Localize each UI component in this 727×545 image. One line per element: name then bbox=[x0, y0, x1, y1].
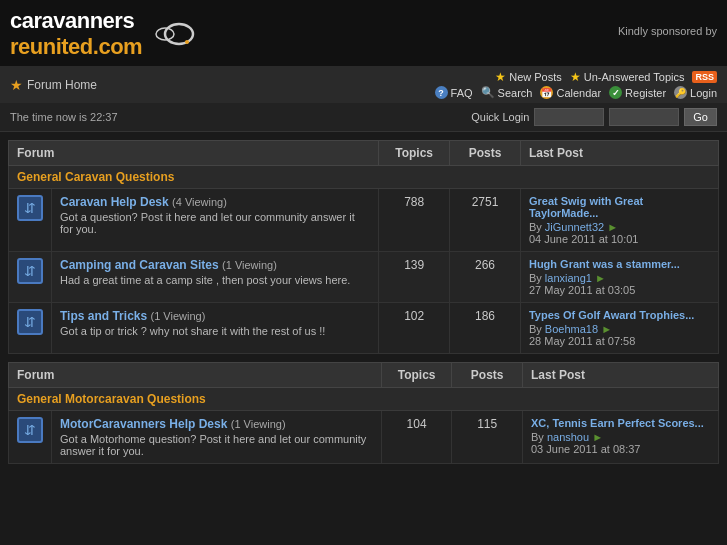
last-post-user[interactable]: lanxiang1 bbox=[545, 272, 592, 284]
logo-area: caravanners reunited.com bbox=[10, 8, 197, 60]
forum-icon-cell: ⇵ bbox=[9, 411, 52, 464]
section2: Forum Topics Posts Last Post General Mot… bbox=[8, 362, 719, 464]
nav-top-links: ★ New Posts ★ Un-Answered Topics RSS bbox=[495, 70, 717, 84]
username-input[interactable] bbox=[534, 108, 604, 126]
last-post-by: By lanxiang1 ► bbox=[529, 272, 710, 284]
forum-icon-img: ⇵ bbox=[17, 417, 43, 443]
go-button[interactable]: Go bbox=[684, 108, 717, 126]
th-topics: Topics bbox=[379, 141, 450, 166]
forum-home-link[interactable]: Forum Home bbox=[27, 78, 97, 92]
quick-login-bar: The time now is 22:37 Quick Login Go bbox=[0, 103, 727, 132]
section2-table: Forum Topics Posts Last Post General Mot… bbox=[8, 362, 719, 464]
nav-right: ★ New Posts ★ Un-Answered Topics RSS ? F… bbox=[435, 70, 717, 99]
forum-icon-img: ⇵ bbox=[17, 309, 43, 335]
forum-name-link[interactable]: Caravan Help Desk bbox=[60, 195, 169, 209]
svg-point-2 bbox=[185, 40, 189, 44]
last-post-date: 04 June 2011 at 10:01 bbox=[529, 233, 710, 245]
posts-count: 2751 bbox=[450, 189, 521, 252]
nav-left: ★ Forum Home bbox=[10, 77, 97, 93]
home-icon: ★ bbox=[10, 77, 23, 93]
last-post-title[interactable]: Types Of Golf Award Trophies... bbox=[529, 309, 694, 321]
section1: Forum Topics Posts Last Post General Car… bbox=[8, 140, 719, 354]
faq-link[interactable]: ? FAQ bbox=[435, 86, 473, 99]
th-topics2: Topics bbox=[381, 363, 452, 388]
forum-info-cell: Caravan Help Desk (4 Viewing) Got a ques… bbox=[52, 189, 379, 252]
th-lastpost: Last Post bbox=[520, 141, 718, 166]
topics-count: 139 bbox=[379, 252, 450, 303]
posts-count: 266 bbox=[450, 252, 521, 303]
rss-badge[interactable]: RSS bbox=[692, 71, 717, 83]
last-post-user[interactable]: Boehma18 bbox=[545, 323, 598, 335]
table-row: ⇵ MotorCaravanners Help Desk (1 Viewing)… bbox=[9, 411, 719, 464]
arrow-icon: ► bbox=[601, 323, 612, 335]
last-post-title[interactable]: Hugh Grant was a stammer... bbox=[529, 258, 680, 270]
forum-name-row: Caravan Help Desk (4 Viewing) bbox=[60, 195, 370, 209]
forum-name-row: Camping and Caravan Sites (1 Viewing) bbox=[60, 258, 370, 272]
last-post-by: By Boehma18 ► bbox=[529, 323, 710, 335]
forum-info-cell: MotorCaravanners Help Desk (1 Viewing) G… bbox=[52, 411, 382, 464]
section1-title[interactable]: General Caravan Questions bbox=[17, 170, 174, 184]
faq-icon: ? bbox=[435, 86, 448, 99]
forum-desc: Got a question? Post it here and let our… bbox=[60, 211, 370, 235]
forum-icon-cell: ⇵ bbox=[9, 303, 52, 354]
forum-icon-cell: ⇵ bbox=[9, 189, 52, 252]
forum-viewing: (4 Viewing) bbox=[172, 196, 227, 208]
last-post-by: By nanshou ► bbox=[531, 431, 710, 443]
search-icon: 🔍 bbox=[481, 86, 495, 99]
calendar-link[interactable]: 📅 Calendar bbox=[540, 86, 601, 99]
topics-count: 788 bbox=[379, 189, 450, 252]
th-forum: Forum bbox=[9, 141, 379, 166]
last-post-cell: XC, Tennis Earn Perfect Scores... By nan… bbox=[522, 411, 718, 464]
forum-name-row: MotorCaravanners Help Desk (1 Viewing) bbox=[60, 417, 373, 431]
section2-title[interactable]: General Motorcaravan Questions bbox=[17, 392, 206, 406]
last-post-cell: Hugh Grant was a stammer... By lanxiang1… bbox=[520, 252, 718, 303]
section1-table: Forum Topics Posts Last Post General Car… bbox=[8, 140, 719, 354]
password-input[interactable] bbox=[609, 108, 679, 126]
th-lastpost2: Last Post bbox=[522, 363, 718, 388]
login-link[interactable]: 🔑 Login bbox=[674, 86, 717, 99]
topics-count: 104 bbox=[381, 411, 452, 464]
last-post-user[interactable]: JiGunnett32 bbox=[545, 221, 604, 233]
forum-name-link[interactable]: Camping and Caravan Sites bbox=[60, 258, 219, 272]
unanswered-topics-link[interactable]: ★ Un-Answered Topics bbox=[570, 70, 685, 84]
header: caravanners reunited.com Kindly sponsore… bbox=[0, 0, 727, 66]
last-post-title[interactable]: XC, Tennis Earn Perfect Scores... bbox=[531, 417, 704, 429]
register-icon: ✓ bbox=[609, 86, 622, 99]
quick-login-area: Quick Login Go bbox=[471, 108, 717, 126]
section2-header-row: General Motorcaravan Questions bbox=[9, 388, 719, 411]
forum-name-row: Tips and Tricks (1 Viewing) bbox=[60, 309, 370, 323]
time-display: The time now is 22:37 bbox=[10, 111, 118, 123]
forum-viewing: (1 Viewing) bbox=[231, 418, 286, 430]
register-link[interactable]: ✓ Register bbox=[609, 86, 666, 99]
sponsored-text: Kindly sponsored by bbox=[618, 25, 717, 37]
posts-count: 115 bbox=[452, 411, 523, 464]
th-posts: Posts bbox=[450, 141, 521, 166]
last-post-title[interactable]: Great Swig with Great TaylorMade... bbox=[529, 195, 643, 219]
forum-icon-img: ⇵ bbox=[17, 258, 43, 284]
calendar-icon: 📅 bbox=[540, 86, 553, 99]
forum-name-link[interactable]: Tips and Tricks bbox=[60, 309, 147, 323]
last-post-date: 27 May 2011 at 03:05 bbox=[529, 284, 710, 296]
forum-name-link[interactable]: MotorCaravanners Help Desk bbox=[60, 417, 227, 431]
new-posts-link[interactable]: ★ New Posts bbox=[495, 70, 562, 84]
forum-viewing: (1 Viewing) bbox=[222, 259, 277, 271]
last-post-date: 03 June 2011 at 08:37 bbox=[531, 443, 710, 455]
logo: caravanners reunited.com bbox=[10, 8, 142, 60]
search-link[interactable]: 🔍 Search bbox=[481, 86, 533, 99]
last-post-user[interactable]: nanshou bbox=[547, 431, 589, 443]
posts-count: 186 bbox=[450, 303, 521, 354]
quick-login-label: Quick Login bbox=[471, 111, 529, 123]
top-right: Kindly sponsored by bbox=[618, 25, 717, 43]
svg-point-0 bbox=[165, 24, 193, 44]
star-icon-unanswered: ★ bbox=[570, 70, 581, 84]
forum-info-cell: Tips and Tricks (1 Viewing) Got a tip or… bbox=[52, 303, 379, 354]
login-icon: 🔑 bbox=[674, 86, 687, 99]
arrow-icon: ► bbox=[592, 431, 603, 443]
forum-desc: Had a great time at a camp site , then p… bbox=[60, 274, 370, 286]
forum-desc: Got a Motorhome question? Post it here a… bbox=[60, 433, 373, 457]
forum-icon-img: ⇵ bbox=[17, 195, 43, 221]
table-row: ⇵ Tips and Tricks (1 Viewing) Got a tip … bbox=[9, 303, 719, 354]
logo-reunited: reunited.com bbox=[10, 34, 142, 59]
star-icon-new: ★ bbox=[495, 70, 506, 84]
arrow-icon: ► bbox=[595, 272, 606, 284]
